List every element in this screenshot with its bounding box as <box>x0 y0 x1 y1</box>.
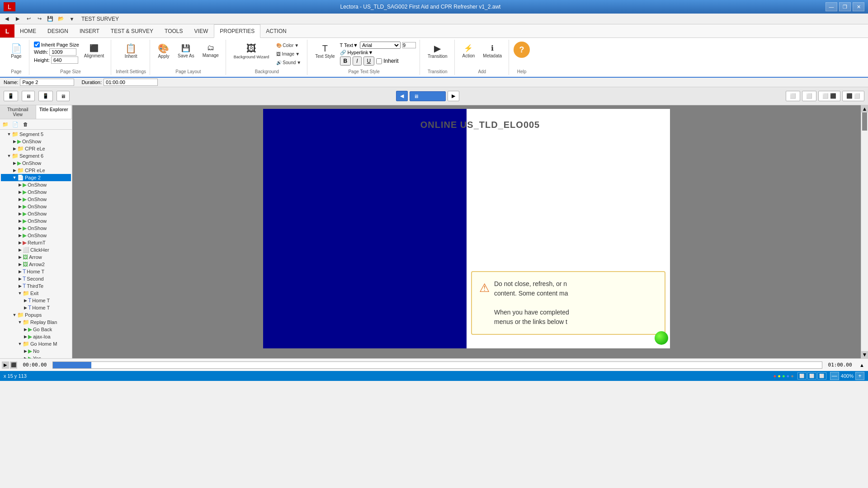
sound-button[interactable]: 🔊 Sound ▼ <box>274 59 303 66</box>
tree-item-home-t[interactable]: ▶ T Home T <box>1 297 71 304</box>
font-select[interactable]: Arial <box>360 42 401 49</box>
tree-item-arrow[interactable]: ▶ 🖼 Arrow <box>1 253 71 261</box>
layout-btn-3[interactable]: ⬜ <box>817 372 826 380</box>
restore-button[interactable]: ❐ <box>839 2 851 11</box>
qa-back[interactable]: ◀ <box>2 14 12 23</box>
italic-button[interactable]: I <box>353 56 361 66</box>
width-input[interactable] <box>49 48 76 56</box>
tab-action[interactable]: ACTION <box>260 24 292 38</box>
tree-item-onshow[interactable]: ▶ ▶ OnShow <box>1 203 71 210</box>
inherit-button[interactable]: 📋 Inherit <box>122 42 141 61</box>
tab-view[interactable]: VIEW <box>189 24 214 38</box>
tree-item-home-t[interactable]: ▶ T Home T <box>1 304 71 311</box>
duration-input[interactable] <box>104 79 158 86</box>
tree-item-arrow2[interactable]: ▶ 🖼 Arrow2 <box>1 261 71 268</box>
device-desktop1[interactable]: 🖥 <box>22 91 35 101</box>
color-dropdown[interactable]: ▼ <box>294 43 299 48</box>
tab-properties[interactable]: PROPERTIES <box>214 24 260 38</box>
device-split2[interactable]: ⬛ ⬜ <box>842 91 864 101</box>
help-button[interactable]: ? <box>514 42 530 58</box>
tab-home[interactable]: HOME <box>14 24 42 38</box>
manage-button[interactable]: 🗂 Manage <box>199 42 222 60</box>
panel-delete-btn[interactable]: 🗑 <box>21 120 30 128</box>
tree-item-onshow[interactable]: ▶ ▶ OnShow <box>1 232 71 239</box>
tree-item-returnt[interactable]: ▶ ▶ ReturnT <box>1 239 71 246</box>
tab-tools[interactable]: TOOLS <box>159 24 189 38</box>
height-input[interactable] <box>51 56 78 64</box>
sound-dropdown[interactable]: ▼ <box>297 60 301 65</box>
qa-redo[interactable]: ↪ <box>34 14 44 23</box>
scroll-thumb[interactable] <box>862 113 867 131</box>
minimize-button[interactable]: — <box>826 2 837 11</box>
device-phone2[interactable]: 📱 <box>38 91 53 101</box>
tree-item-go-back[interactable]: ▶ ▶ Go Back <box>1 326 71 333</box>
timeline-play[interactable]: ▶ <box>2 361 9 369</box>
tree-item-onshow[interactable]: ▶ ▶ OnShow <box>1 160 71 167</box>
tree-item-onshow[interactable]: ▶ ▶ OnShow <box>1 188 71 196</box>
bold-button[interactable]: B <box>340 56 351 66</box>
tree-item-onshow[interactable]: ▶ ▶ OnShow <box>1 196 71 203</box>
tree-item-second[interactable]: ▶ T Second <box>1 275 71 282</box>
inherit-text-checkbox[interactable] <box>376 58 382 64</box>
tree-item-cpr-ele[interactable]: ▶ 📁 CPR eLe <box>1 167 71 174</box>
nav-prev[interactable]: ◀ <box>396 91 408 101</box>
tab-insert[interactable]: INSERT <box>74 24 105 38</box>
underline-button[interactable]: U <box>363 56 375 66</box>
device-tablet1[interactable]: ⬜ <box>786 91 800 101</box>
nav-desktop-main[interactable]: 🖥 <box>410 91 446 101</box>
qa-open[interactable]: 📂 <box>56 14 66 23</box>
qa-undo[interactable]: ↩ <box>24 14 33 23</box>
tree-item-ajax-loa[interactable]: ▶ ▶ ajax-loa <box>1 333 71 340</box>
font-size-input[interactable] <box>402 42 416 48</box>
thumbnail-tab[interactable]: Thumbnail View <box>0 105 36 119</box>
tree-item-onshow[interactable]: ▶ ▶ OnShow <box>1 210 71 217</box>
file-button[interactable]: L <box>0 24 14 38</box>
tree-item-no[interactable]: ▶ ▶ No <box>1 347 71 355</box>
tree-item-popups[interactable]: ▼ 📁 Popups <box>1 311 71 319</box>
layout-btn-1[interactable]: ⬜ <box>797 372 807 380</box>
scroll-down[interactable]: ▼ <box>861 351 868 358</box>
text-style-button[interactable]: T Text Style <box>312 42 338 61</box>
panel-expand-btn[interactable]: 📁 <box>1 120 10 128</box>
tree-item-onshow[interactable]: ▶ ▶ OnShow <box>1 225 71 232</box>
title-explorer-tab[interactable]: Title Explorer <box>36 105 72 119</box>
tree-item-home-t[interactable]: ▶ T Home T <box>1 268 71 275</box>
image-button[interactable]: 🖼 Image ▼ <box>274 50 303 58</box>
image-dropdown[interactable]: ▼ <box>295 52 300 56</box>
qa-dropdown[interactable]: ▼ <box>67 14 77 23</box>
nav-next[interactable]: ▶ <box>448 91 459 101</box>
zoom-in[interactable]: + <box>855 372 864 380</box>
action-button[interactable]: ⚡ Action <box>459 42 478 61</box>
layout-btn-2[interactable]: ⬜ <box>807 372 816 380</box>
tab-test-survey[interactable]: TEST & SURVEY <box>105 24 159 38</box>
device-tablet2[interactable]: ⬜ <box>802 91 816 101</box>
app-icon[interactable]: L <box>4 2 15 11</box>
page-button[interactable]: 📄 Page <box>7 42 25 61</box>
timeline-track[interactable] <box>52 361 822 369</box>
zoom-out[interactable]: — <box>830 372 839 380</box>
apply-button[interactable]: 🎨 Apply <box>155 42 173 61</box>
tree-item-go-home-m[interactable]: ▼ 📁 Go Home M <box>1 340 71 347</box>
qa-save[interactable]: 💾 <box>45 14 55 23</box>
tree-item-page-2[interactable]: ▼ 📄 Page 2 <box>1 174 71 181</box>
timeline-stop[interactable]: ⬛ <box>10 361 17 369</box>
tree-item-yes[interactable]: ▶ ▶ Yes <box>1 355 71 358</box>
device-phone1[interactable]: 📱 <box>4 91 18 101</box>
tree-item-onshow[interactable]: ▶ ▶ OnShow <box>1 138 71 145</box>
tree-item-clickher[interactable]: ▶ ⬜ ClickHer <box>1 246 71 253</box>
tree-item-onshow[interactable]: ▶ ▶ OnShow <box>1 217 71 225</box>
tree-item-segment-6[interactable]: ▼ 📁 Segment 6 <box>1 152 71 160</box>
metadata-button[interactable]: ℹ Metadata <box>480 42 505 61</box>
inherit-size-checkbox[interactable] <box>34 42 40 47</box>
transition-button[interactable]: ▶ Transition <box>425 42 451 61</box>
background-wizard-button[interactable]: 🖼 Background Wizard <box>231 42 273 61</box>
tree-item-exit[interactable]: ▼ 📁 Exit <box>1 290 71 297</box>
timeline-expand[interactable]: ▲ <box>858 362 866 368</box>
tree-item-segment-5[interactable]: ▼ 📁 Segment 5 <box>1 131 71 138</box>
qa-forward[interactable]: ▶ <box>13 14 23 23</box>
save-as-button[interactable]: 💾 Save As <box>175 42 198 61</box>
scroll-up[interactable]: ▲ <box>861 105 868 113</box>
panel-new-btn[interactable]: 📄 <box>11 120 20 128</box>
tree-item-onshow[interactable]: ▶ ▶ OnShow <box>1 181 71 188</box>
device-split1[interactable]: ⬜ ⬛ <box>818 91 840 101</box>
